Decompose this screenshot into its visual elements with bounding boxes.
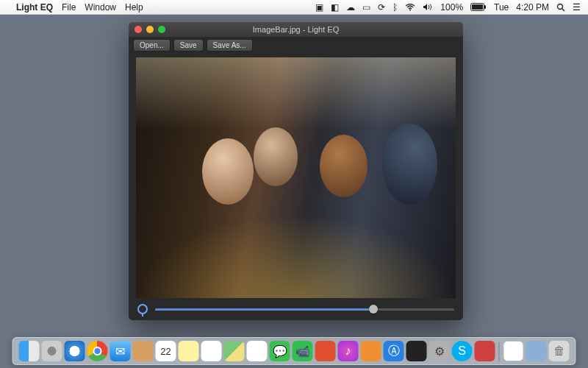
dock-mail[interactable]: ✉ xyxy=(110,341,131,361)
dock-appstore[interactable]: Ⓐ xyxy=(384,341,404,361)
wifi-menu-icon[interactable] xyxy=(405,4,415,11)
dock-calendar[interactable]: 22 xyxy=(156,341,176,361)
clock-day[interactable]: Tue xyxy=(494,2,509,13)
traffic-lights xyxy=(135,26,165,33)
dock-separator xyxy=(499,342,500,361)
cloud-menu-icon[interactable]: ☁ xyxy=(346,2,355,13)
svg-rect-2 xyxy=(472,4,483,10)
volume-menu-icon[interactable] xyxy=(423,3,433,11)
battery-menu-icon[interactable] xyxy=(470,3,487,11)
open-button[interactable]: Open... xyxy=(133,39,171,52)
dock-skype[interactable]: S xyxy=(452,341,473,361)
spotlight-icon[interactable] xyxy=(556,3,565,12)
dock-messages[interactable]: 💬 xyxy=(270,341,290,361)
file-menu[interactable]: File xyxy=(62,2,76,13)
help-menu[interactable]: Help xyxy=(125,2,143,13)
close-window-button[interactable] xyxy=(135,26,142,33)
dock-notes[interactable] xyxy=(179,341,199,361)
dock-photobooth[interactable] xyxy=(315,341,336,361)
menu-bar-right: ▣ ◧ ☁ ▭ ⟳ ᛒ 100% Tue 4:20 PM ☰ xyxy=(315,2,581,13)
app-menu[interactable]: Light EQ xyxy=(16,2,53,13)
clock-time[interactable]: 4:20 PM xyxy=(516,2,549,13)
svg-line-5 xyxy=(562,9,564,11)
minimize-window-button[interactable] xyxy=(146,26,154,33)
adobe-menu-icon[interactable]: ▣ xyxy=(315,2,323,13)
dock-facetime[interactable]: 📹 xyxy=(293,341,313,361)
save-button[interactable]: Save xyxy=(173,39,204,52)
menu-bar-left: Light EQ File Window Help xyxy=(7,2,143,13)
dock-document[interactable] xyxy=(503,341,524,361)
dropbox-menu-icon[interactable]: ◧ xyxy=(331,2,339,13)
title-bar[interactable]: ImageBar.jpg - Light EQ xyxy=(129,22,463,37)
zoom-window-button[interactable] xyxy=(158,26,165,33)
dock-ibooks[interactable] xyxy=(361,341,381,361)
dock-photos[interactable] xyxy=(247,341,268,361)
window-title: ImageBar.jpg - Light EQ xyxy=(129,25,463,34)
exposure-slider-row xyxy=(129,298,463,320)
svg-point-4 xyxy=(558,4,563,9)
window-menu[interactable]: Window xyxy=(85,2,116,13)
svg-point-0 xyxy=(409,9,411,10)
sync-menu-icon[interactable]: ⟳ xyxy=(378,2,385,13)
dock-safari[interactable] xyxy=(65,341,85,361)
photo-preview xyxy=(136,57,456,298)
toolbar: Open... Save Save As... xyxy=(129,37,463,53)
image-canvas xyxy=(129,53,463,298)
dock: ✉ 22 💬 📹 ♪ Ⓐ ⚙ S 🗑 xyxy=(12,337,576,365)
dock-finder[interactable] xyxy=(19,341,40,361)
airplay-menu-icon[interactable]: ▭ xyxy=(362,2,370,13)
menu-bar: Light EQ File Window Help ▣ ◧ ☁ ▭ ⟳ ᛒ 10… xyxy=(0,0,588,15)
dock-reminders[interactable] xyxy=(201,341,222,361)
bluetooth-menu-icon[interactable]: ᛒ xyxy=(392,2,398,13)
dock-apptrap[interactable] xyxy=(475,341,495,361)
battery-percent[interactable]: 100% xyxy=(440,2,463,13)
notification-center-icon[interactable]: ☰ xyxy=(573,2,581,13)
save-as-button[interactable]: Save As... xyxy=(207,39,253,52)
dock-trash[interactable]: 🗑 xyxy=(549,341,570,361)
dock-downloads[interactable] xyxy=(526,341,547,361)
app-window: ImageBar.jpg - Light EQ Open... Save Sav… xyxy=(129,22,463,320)
lightbulb-icon xyxy=(137,304,148,314)
dock-system-preferences[interactable]: ⚙ xyxy=(429,341,450,361)
dock-launchpad[interactable] xyxy=(42,341,62,361)
dock-itunes[interactable]: ♪ xyxy=(338,341,359,361)
slider-fill xyxy=(155,308,373,311)
dock-contacts[interactable] xyxy=(133,341,154,361)
dock-chrome[interactable] xyxy=(87,341,108,361)
dock-maps[interactable] xyxy=(224,341,245,361)
slider-thumb[interactable] xyxy=(369,305,378,314)
svg-rect-3 xyxy=(484,5,486,9)
exposure-slider[interactable] xyxy=(155,308,454,311)
dock-kuler[interactable] xyxy=(406,341,427,361)
